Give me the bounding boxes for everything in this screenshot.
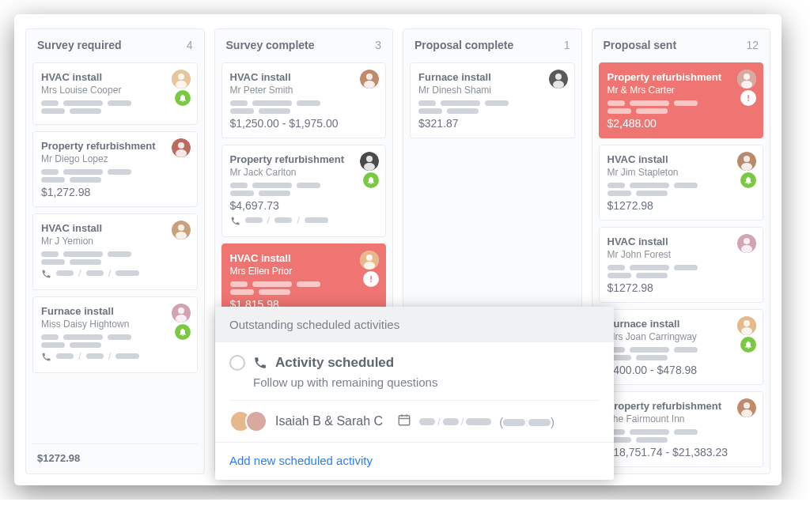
- svg-point-34: [744, 320, 750, 326]
- card-price: $4,697.73: [230, 199, 378, 212]
- svg-point-38: [741, 409, 752, 417]
- svg-point-10: [178, 308, 184, 314]
- svg-point-22: [555, 74, 562, 80]
- activity-meta: Isaiah B & Sarah C / / (:): [229, 400, 600, 432]
- job-card[interactable]: Property refurbishmentMr Jack Carlton$4,…: [221, 145, 387, 237]
- job-card[interactable]: Property refurbishmentMr & Mrs Carter$2,…: [599, 62, 764, 138]
- svg-point-25: [744, 74, 750, 80]
- job-card[interactable]: HVAC installMr J Yemion //: [32, 213, 198, 290]
- svg-point-31: [744, 238, 750, 244]
- svg-point-2: [176, 81, 187, 89]
- card-title: HVAC install: [608, 153, 755, 165]
- job-card[interactable]: Furnace installMiss Daisy Hightown //: [32, 296, 198, 373]
- card-subtitle: Mr & Mrs Carter: [608, 85, 755, 96]
- phone-row: //: [41, 350, 189, 362]
- card-price: $1,272.98: [41, 186, 189, 198]
- placeholder-row: [41, 251, 189, 257]
- placeholder-row: [41, 177, 189, 183]
- column-title: Survey complete: [226, 39, 315, 51]
- column-title: Proposal sent: [604, 39, 677, 51]
- placeholder-row: [608, 191, 755, 196]
- column-footer-total: $1272.98: [32, 443, 198, 467]
- card-subtitle: Mr Dinesh Shami: [418, 85, 566, 96]
- card-subtitle: Miss Daisy Hightown: [41, 319, 189, 330]
- activity-title: Activity scheduled: [275, 355, 394, 371]
- svg-point-28: [744, 156, 750, 162]
- popover-header: Outstanding scheduled activities: [215, 307, 614, 342]
- card-subtitle: Mr J Yemion: [41, 236, 189, 247]
- column-title: Proposal complete: [414, 39, 513, 51]
- activity-desc: Follow up with remaining questions: [253, 375, 600, 389]
- placeholder-row: [608, 183, 755, 188]
- card-title: HVAC install: [230, 252, 378, 264]
- column-header: Proposal sent 12: [599, 36, 764, 56]
- card-title: HVAC install: [41, 222, 189, 234]
- placeholder-row: [230, 100, 378, 106]
- card-price: $2,488.00: [608, 117, 755, 130]
- radio-empty[interactable]: [229, 355, 245, 371]
- avatar: [737, 70, 756, 89]
- svg-point-19: [366, 255, 373, 261]
- activity-row[interactable]: Activity scheduled: [229, 355, 600, 371]
- job-card[interactable]: HVAC installMrs Louise Cooper: [32, 62, 198, 125]
- avatar: [172, 70, 191, 89]
- avatar: [172, 138, 191, 157]
- placeholder-row: [608, 100, 755, 106]
- svg-point-14: [364, 81, 375, 89]
- job-card[interactable]: HVAC installMr Peter Smith$1,250.00 - $1…: [221, 62, 387, 138]
- placeholder-row: [41, 342, 189, 348]
- svg-point-17: [364, 163, 375, 171]
- phone-icon: [253, 356, 267, 371]
- card-subtitle: Mr Peter Smith: [230, 85, 378, 96]
- job-card[interactable]: HVAC installMr Jim Stapleton$1272.98: [599, 145, 764, 221]
- placeholder-row: [608, 265, 755, 270]
- card-title: HVAC install: [230, 71, 378, 83]
- placeholder-row: [608, 108, 755, 114]
- date-placeholder: / /: [419, 416, 491, 428]
- job-card[interactable]: Furnace installMr Dinesh Shami$321.87: [410, 62, 575, 138]
- svg-point-29: [741, 163, 752, 171]
- card-price: $18,751.74 - $21,383.23: [608, 446, 755, 458]
- svg-point-26: [741, 81, 752, 89]
- svg-point-4: [178, 142, 184, 149]
- activity-popover: Outstanding scheduled activities Activit…: [215, 307, 614, 480]
- avatar: [172, 221, 191, 240]
- assignee-names: Isaiah B & Sarah C: [275, 414, 383, 428]
- card-subtitle: Mr Jim Stapleton: [608, 167, 755, 178]
- card-subtitle: Mrs Joan Carringway: [608, 331, 755, 342]
- add-activity-link[interactable]: Add new scheduled activity: [215, 442, 614, 480]
- job-card[interactable]: Furnace installMrs Joan Carringway$400.0…: [599, 309, 764, 385]
- job-card[interactable]: Property refurbishmentMr Diego Lopez$1,2…: [32, 131, 198, 207]
- bell-icon: [363, 172, 379, 188]
- svg-point-13: [366, 74, 373, 80]
- card-subtitle: Mr Jack Carlton: [230, 167, 378, 178]
- column-header: Proposal complete 1: [410, 36, 575, 56]
- column-count: 1: [564, 39, 570, 51]
- job-card[interactable]: HVAC installMr John Forest$1272.98: [599, 227, 764, 303]
- job-card[interactable]: Property refurbishmentThe Fairmount Inn$…: [599, 391, 764, 467]
- popover-body: Activity scheduled Follow up with remain…: [215, 342, 614, 442]
- bell-icon: [175, 324, 191, 340]
- placeholder-row: [41, 100, 189, 106]
- avatar: [360, 251, 379, 270]
- card-price: $1272.98: [608, 199, 755, 212]
- phone-row: //: [41, 267, 189, 279]
- placeholder-row: [418, 100, 566, 106]
- svg-point-1: [178, 74, 184, 80]
- avatar: [737, 398, 756, 417]
- card-subtitle: The Fairmount Inn: [608, 413, 755, 424]
- card-price: $400.00 - $478.98: [608, 364, 755, 376]
- placeholder-row: [418, 108, 566, 114]
- card-title: Furnace install: [41, 305, 189, 317]
- placeholder-row: [608, 347, 755, 353]
- bell-icon: [175, 90, 191, 106]
- svg-point-8: [176, 232, 187, 240]
- card-subtitle: Mr John Forest: [608, 249, 755, 260]
- column-count: 3: [375, 39, 381, 51]
- placeholder-row: [41, 169, 189, 175]
- phone-icon: [41, 267, 51, 278]
- card-title: Property refurbishment: [230, 153, 378, 165]
- calendar-icon: [397, 413, 411, 430]
- alert-icon: !: [740, 90, 756, 106]
- placeholder-row: [41, 108, 189, 114]
